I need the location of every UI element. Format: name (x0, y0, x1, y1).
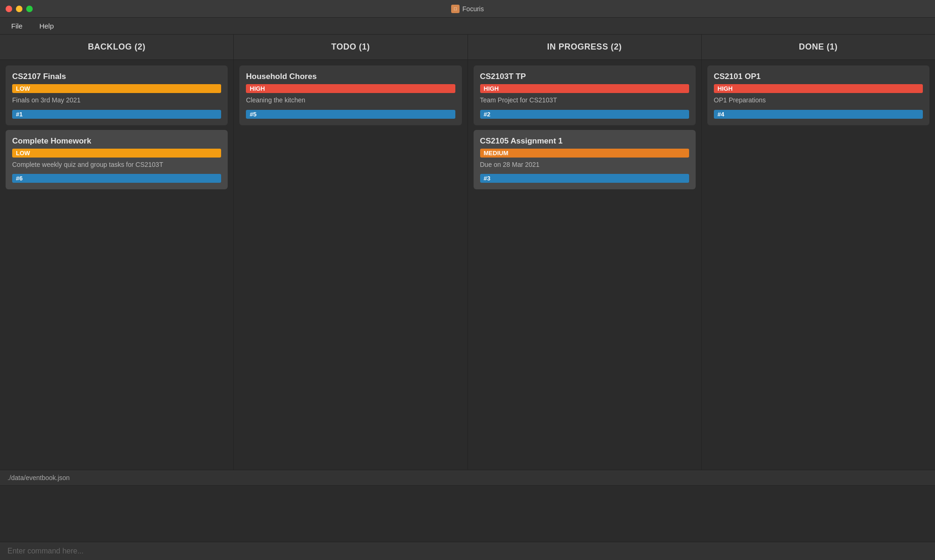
card-title: CS2101 OP1 (714, 72, 923, 81)
column-header-todo: TODO (1) (234, 35, 467, 60)
card-title: CS2105 Assignment 1 (480, 136, 689, 146)
title-bar: □ Focuris (0, 0, 935, 18)
priority-badge: HIGH (246, 84, 455, 93)
command-bar[interactable] (0, 542, 935, 560)
app-name: Focuris (462, 5, 484, 13)
card-id: #6 (12, 174, 221, 183)
priority-badge: HIGH (480, 84, 689, 93)
column-done: DONE (1)CS2101 OP1HIGHOP1 Preparations#4 (702, 35, 935, 470)
kanban-area: BACKLOG (2)CS2107 FinalsLOWFinals on 3rd… (0, 35, 935, 470)
column-body-todo: Household ChoresHIGHCleaning the kitchen… (234, 60, 467, 470)
task-card[interactable]: Household ChoresHIGHCleaning the kitchen… (239, 65, 461, 125)
output-area (0, 486, 935, 542)
task-card[interactable]: Complete HomeworkLOWComplete weekly quiz… (6, 130, 228, 190)
card-title: Complete Homework (12, 136, 221, 146)
command-input[interactable] (7, 547, 928, 555)
priority-badge: MEDIUM (480, 149, 689, 158)
card-title: Household Chores (246, 72, 455, 81)
column-inprogress: IN PROGRESS (2)CS2103T TPHIGHTeam Projec… (468, 35, 702, 470)
app-icon: □ (451, 5, 460, 13)
column-body-backlog: CS2107 FinalsLOWFinals on 3rd May 2021#1… (0, 60, 233, 470)
card-id: #4 (714, 110, 923, 119)
card-description: Due on 28 Mar 2021 (480, 160, 689, 170)
card-title: CS2103T TP (480, 72, 689, 81)
card-id: #3 (480, 174, 689, 183)
close-button[interactable] (6, 6, 12, 12)
card-description: Cleaning the kitchen (246, 96, 455, 105)
menu-bar: File Help (0, 18, 935, 35)
column-header-done: DONE (1) (702, 35, 935, 60)
card-description: Team Project for CS2103T (480, 96, 689, 105)
task-card[interactable]: CS2105 Assignment 1MEDIUMDue on 28 Mar 2… (474, 130, 696, 190)
priority-badge: LOW (12, 149, 221, 158)
kanban-board: BACKLOG (2)CS2107 FinalsLOWFinals on 3rd… (0, 35, 935, 470)
column-body-inprogress: CS2103T TPHIGHTeam Project for CS2103T#2… (468, 60, 701, 470)
menu-file[interactable]: File (7, 20, 26, 32)
card-description: Complete weekly quiz and group tasks for… (12, 160, 221, 170)
maximize-button[interactable] (26, 6, 33, 12)
task-card[interactable]: CS2101 OP1HIGHOP1 Preparations#4 (707, 65, 929, 125)
column-header-backlog: BACKLOG (2) (0, 35, 233, 60)
card-description: Finals on 3rd May 2021 (12, 96, 221, 105)
traffic-lights (6, 6, 33, 12)
priority-badge: LOW (12, 84, 221, 93)
card-id: #5 (246, 110, 455, 119)
card-id: #2 (480, 110, 689, 119)
column-backlog: BACKLOG (2)CS2107 FinalsLOWFinals on 3rd… (0, 35, 234, 470)
task-card[interactable]: CS2103T TPHIGHTeam Project for CS2103T#2 (474, 65, 696, 125)
column-header-inprogress: IN PROGRESS (2) (468, 35, 701, 60)
file-path-bar: ./data/eventbook.json (0, 470, 935, 486)
task-card[interactable]: CS2107 FinalsLOWFinals on 3rd May 2021#1 (6, 65, 228, 125)
window-title: □ Focuris (451, 5, 484, 13)
card-title: CS2107 Finals (12, 72, 221, 81)
bottom-section: ./data/eventbook.json (0, 470, 935, 560)
priority-badge: HIGH (714, 84, 923, 93)
column-todo: TODO (1)Household ChoresHIGHCleaning the… (234, 35, 468, 470)
card-description: OP1 Preparations (714, 96, 923, 105)
minimize-button[interactable] (16, 6, 22, 12)
column-body-done: CS2101 OP1HIGHOP1 Preparations#4 (702, 60, 935, 470)
card-id: #1 (12, 110, 221, 119)
menu-help[interactable]: Help (36, 20, 58, 32)
